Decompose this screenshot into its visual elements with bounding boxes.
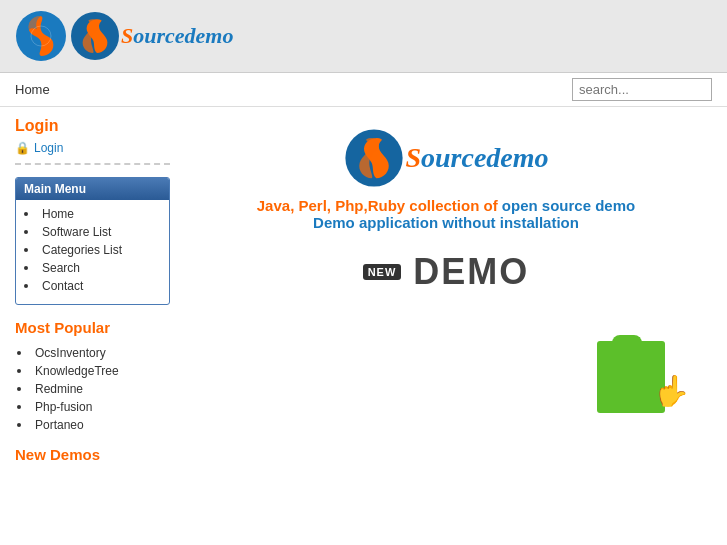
main-logo: Sourcedemo	[343, 127, 548, 189]
popular-item: KnowledgeTree	[17, 363, 170, 378]
shopping-bag-area: 👆	[592, 323, 682, 413]
menu-item-link[interactable]: Contact	[42, 279, 83, 293]
logo-wordmark: Sourcedemo	[69, 10, 233, 62]
header: Sourcedemo	[0, 0, 727, 73]
menu-item: Contact	[24, 278, 161, 293]
most-popular-list: OcsInventoryKnowledgeTreeRedminePhp-fusi…	[15, 345, 170, 432]
new-badge: NEW	[363, 264, 402, 280]
new-demos-section: New Demos	[15, 446, 170, 463]
search-input[interactable]	[572, 78, 712, 101]
home-nav-link[interactable]: Home	[15, 82, 50, 97]
menu-item-link[interactable]: Categories List	[42, 243, 122, 257]
popular-item: Php-fusion	[17, 399, 170, 414]
menu-item: Home	[24, 206, 161, 221]
main-logo-text: ourcedemo	[421, 142, 549, 174]
popular-item: Redmine	[17, 381, 170, 396]
popular-item-link[interactable]: Php-fusion	[35, 400, 92, 414]
popular-item: OcsInventory	[17, 345, 170, 360]
lock-icon: 🔒	[15, 141, 30, 155]
main-logo-emblem	[343, 127, 405, 189]
logo-text: S	[121, 23, 133, 49]
menu-item-link[interactable]: Software List	[42, 225, 111, 239]
hand-pointer-icon: 👆	[653, 373, 690, 408]
main-content: Sourcedemo Java, Perl, Php,Ruby collecti…	[180, 117, 712, 463]
menu-item-link[interactable]: Search	[42, 261, 80, 275]
main-logo-s: S	[405, 142, 421, 174]
main-menu-list: HomeSoftware ListCategories ListSearchCo…	[16, 200, 169, 304]
most-popular-heading: Most Popular	[15, 319, 170, 337]
logo-wordmark-text: ourcedemo	[133, 23, 233, 49]
menu-item: Software List	[24, 224, 161, 239]
new-demos-heading: New Demos	[15, 446, 170, 463]
most-popular-section: Most Popular OcsInventoryKnowledgeTreeRe…	[15, 319, 170, 432]
demo-section: NEW DEMO	[363, 251, 530, 293]
menu-item: Categories List	[24, 242, 161, 257]
login-link[interactable]: 🔒 Login	[15, 141, 170, 155]
main-menu-box: Main Menu HomeSoftware ListCategories Li…	[15, 177, 170, 305]
popular-item-link[interactable]: Portaneo	[35, 418, 84, 432]
tagline-line2: Demo application without installation	[257, 214, 635, 231]
logo-emblem	[69, 10, 121, 62]
popular-item-link[interactable]: Redmine	[35, 382, 83, 396]
popular-item-link[interactable]: OcsInventory	[35, 346, 106, 360]
demo-text: DEMO	[413, 251, 529, 293]
content-wrapper: Login 🔒 Login Main Menu HomeSoftware Lis…	[0, 107, 727, 473]
menu-item: Search	[24, 260, 161, 275]
nav-bar: Home	[0, 73, 727, 107]
sidebar: Login 🔒 Login Main Menu HomeSoftware Lis…	[15, 117, 170, 463]
main-menu-header: Main Menu	[16, 178, 169, 200]
tagline-orange-text: Java, Perl, Php,Ruby collection of	[257, 197, 498, 214]
tagline-blue-text: open source demo	[498, 197, 636, 214]
popular-item-link[interactable]: KnowledgeTree	[35, 364, 119, 378]
menu-item-link[interactable]: Home	[42, 207, 74, 221]
popular-item: Portaneo	[17, 417, 170, 432]
logo-container: Sourcedemo	[15, 10, 233, 62]
tagline: Java, Perl, Php,Ruby collection of open …	[257, 197, 635, 231]
logo-icon	[15, 10, 67, 62]
login-section: Login 🔒 Login	[15, 117, 170, 165]
login-heading: Login	[15, 117, 170, 135]
tagline-line1: Java, Perl, Php,Ruby collection of open …	[257, 197, 635, 214]
